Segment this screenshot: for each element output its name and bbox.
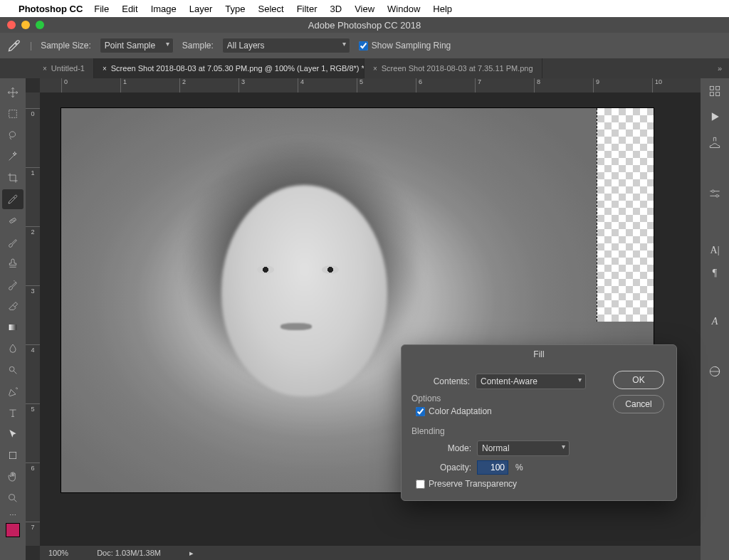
panel-adjustments-icon[interactable] xyxy=(708,84,722,98)
tool-blur[interactable] xyxy=(2,339,23,359)
tool-eyedropper[interactable] xyxy=(2,189,23,209)
tool-more-icon[interactable]: ⋯ xyxy=(9,511,16,519)
document-tabs: × Untitled-1 × Screen Shot 2018-08-03 at… xyxy=(0,58,729,78)
tool-heal[interactable] xyxy=(2,211,23,231)
close-button[interactable] xyxy=(7,21,16,29)
close-tab-icon[interactable]: × xyxy=(103,65,107,73)
ruler-tick: 4 xyxy=(298,78,304,93)
tool-move[interactable] xyxy=(2,83,23,102)
menu-view[interactable]: View xyxy=(355,4,374,14)
ruler-tick: 5 xyxy=(26,403,40,413)
libraries-icon[interactable] xyxy=(708,364,722,379)
tool-pen[interactable] xyxy=(2,381,23,401)
ok-button[interactable]: OK xyxy=(613,371,664,389)
tool-shape[interactable] xyxy=(2,445,23,465)
ruler-tick: 7 xyxy=(26,522,40,531)
opacity-label: Opacity: xyxy=(416,463,477,472)
options-section-label: Options xyxy=(411,393,609,403)
sample-size-select[interactable]: Point Sample xyxy=(100,38,174,53)
zoom-indicator[interactable]: 100% xyxy=(48,549,68,557)
tabs-overflow-icon[interactable]: » xyxy=(710,58,729,78)
menu-type[interactable]: Type xyxy=(225,4,245,14)
mode-select[interactable]: Normal xyxy=(477,440,570,456)
tool-dodge[interactable] xyxy=(2,360,23,380)
vertical-ruler: 0 1 2 3 4 5 6 7 xyxy=(26,93,40,546)
tool-marquee[interactable] xyxy=(2,104,23,124)
opacity-unit: % xyxy=(515,463,523,472)
show-sampling-ring-input[interactable] xyxy=(359,41,368,51)
show-sampling-ring-label: Show Sampling Ring xyxy=(372,41,451,51)
color-swatch[interactable] xyxy=(6,523,20,537)
window-title: Adobe Photoshop CC 2018 xyxy=(64,20,665,31)
sample-select[interactable]: All Layers xyxy=(222,38,350,53)
close-tab-icon[interactable]: × xyxy=(43,65,47,73)
document-tab[interactable]: × Screen Shot 2018-08-03 at 7.35.11 PM.p… xyxy=(364,58,542,78)
tool-type[interactable] xyxy=(2,403,23,423)
opacity-input[interactable] xyxy=(477,460,508,475)
menu-edit[interactable]: Edit xyxy=(122,4,137,14)
dialog-title[interactable]: Fill xyxy=(402,345,676,364)
menu-help[interactable]: Help xyxy=(433,4,452,14)
color-adaptation-input[interactable] xyxy=(416,407,425,416)
menu-3d[interactable]: 3D xyxy=(330,4,342,14)
paragraph-panel-icon[interactable]: ¶ xyxy=(713,268,717,279)
tool-stamp[interactable] xyxy=(2,253,23,273)
mac-menubar: Photoshop CC File Edit Image Layer Type … xyxy=(0,0,729,17)
glyphs-panel-icon[interactable]: A xyxy=(712,316,718,327)
document-tab[interactable]: × Screen Shot 2018-08-03 at 7.05.30 PM.p… xyxy=(94,58,364,78)
tool-gradient[interactable] xyxy=(2,317,23,337)
ruler-tick: 10 xyxy=(652,78,662,93)
svg-rect-0 xyxy=(9,110,17,118)
maximize-button[interactable] xyxy=(36,21,44,29)
panel-styles-icon[interactable] xyxy=(708,135,722,149)
menu-window[interactable]: Window xyxy=(387,4,420,14)
minimize-button[interactable] xyxy=(21,21,30,29)
options-bar: | Sample Size: Point Sample Sample: All … xyxy=(0,33,729,58)
sliders-icon[interactable] xyxy=(708,186,722,201)
tool-zoom[interactable] xyxy=(2,488,23,508)
status-more-icon[interactable]: ▸ xyxy=(189,549,194,558)
svg-point-14 xyxy=(716,195,718,197)
color-adaptation-checkbox[interactable]: Color Adaptation xyxy=(416,406,609,416)
app-menu[interactable]: Photoshop CC xyxy=(19,4,83,14)
tool-lasso[interactable] xyxy=(2,125,23,145)
eyedropper-icon xyxy=(7,38,21,53)
menu-select[interactable]: Select xyxy=(258,4,283,14)
svg-point-8 xyxy=(9,495,15,500)
ruler-tick: 1 xyxy=(120,78,127,93)
doc-size-indicator[interactable]: Doc: 1.03M/1.38M xyxy=(97,549,161,557)
cancel-button[interactable]: Cancel xyxy=(613,395,664,413)
tool-history-brush[interactable] xyxy=(2,275,23,295)
tool-hand[interactable] xyxy=(2,467,23,487)
tool-eraser[interactable] xyxy=(2,296,23,316)
tool-path-select[interactable] xyxy=(2,424,23,444)
tool-brush[interactable] xyxy=(2,232,23,252)
menu-file[interactable]: File xyxy=(94,4,109,14)
menu-filter[interactable]: Filter xyxy=(297,4,318,14)
ruler-tick: 3 xyxy=(238,78,245,93)
mode-label: Mode: xyxy=(416,443,477,453)
menu-layer[interactable]: Layer xyxy=(189,4,213,14)
contents-label: Contents: xyxy=(404,376,476,386)
sample-size-label: Sample Size: xyxy=(41,41,91,51)
ruler-tick: 0 xyxy=(26,108,40,117)
ruler-tick: 2 xyxy=(179,78,186,93)
character-panel-icon[interactable]: A| xyxy=(710,245,720,256)
svg-point-13 xyxy=(712,190,714,192)
menu-image[interactable]: Image xyxy=(151,4,177,14)
svg-rect-12 xyxy=(716,93,720,96)
blending-section-label: Blending xyxy=(411,426,609,436)
svg-rect-5 xyxy=(9,324,17,330)
preserve-transparency-checkbox[interactable]: Preserve Transparency xyxy=(416,479,609,489)
show-sampling-ring-checkbox[interactable]: Show Sampling Ring xyxy=(359,41,451,51)
play-icon[interactable] xyxy=(708,110,722,124)
close-tab-icon[interactable]: × xyxy=(373,65,377,73)
tool-magic-wand[interactable] xyxy=(2,147,23,167)
ruler-tick: 3 xyxy=(26,285,40,295)
document-tab[interactable]: × Untitled-1 xyxy=(34,58,94,78)
tool-crop[interactable] xyxy=(2,168,23,188)
contents-select[interactable]: Content-Aware xyxy=(476,374,586,389)
photo-layer xyxy=(280,323,312,330)
preserve-transparency-input[interactable] xyxy=(416,480,425,489)
preserve-transparency-label: Preserve Transparency xyxy=(429,479,517,489)
